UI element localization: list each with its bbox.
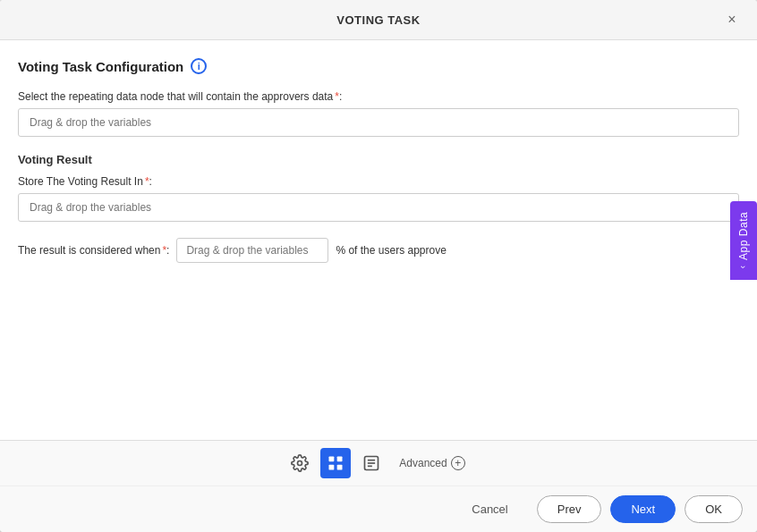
- svg-rect-2: [337, 457, 343, 462]
- list-view-button[interactable]: [356, 448, 387, 478]
- grid-icon: [327, 454, 344, 472]
- next-button[interactable]: Next: [610, 495, 676, 523]
- toolbar-row: Advanced +: [0, 441, 757, 486]
- prev-button[interactable]: Prev: [537, 495, 602, 523]
- modal-body: Voting Task Configuration i Select the r…: [0, 40, 757, 440]
- svg-rect-1: [329, 457, 335, 462]
- cancel-button[interactable]: Cancel: [452, 496, 527, 522]
- app-data-tab[interactable]: › App Data: [730, 201, 757, 280]
- info-icon[interactable]: i: [191, 58, 207, 74]
- approvers-input[interactable]: [18, 108, 739, 137]
- svg-rect-3: [329, 465, 335, 470]
- approvers-field-group: Select the repeating data node that will…: [18, 90, 739, 137]
- result-condition-input[interactable]: [176, 238, 328, 263]
- result-condition-suffix: % of the users approve: [336, 244, 446, 257]
- modal-header: VOTING TASK ×: [0, 0, 757, 40]
- grid-view-button[interactable]: [320, 448, 351, 478]
- store-required: *: [145, 175, 149, 188]
- svg-point-0: [298, 461, 302, 466]
- side-panel: › App Data: [730, 40, 757, 440]
- result-condition-label: The result is considered when*:: [18, 244, 169, 257]
- modal-dialog: VOTING TASK × Voting Task Configuration …: [0, 0, 757, 532]
- plus-icon: +: [451, 456, 465, 470]
- modal-footer: Advanced + Cancel Prev Next OK: [0, 440, 757, 532]
- store-label: Store The Voting Result In*:: [18, 175, 739, 188]
- svg-rect-4: [337, 465, 343, 470]
- store-result-input[interactable]: [18, 193, 739, 222]
- result-condition-row: The result is considered when*: % of the…: [18, 238, 739, 263]
- voting-result-section: Voting Result Store The Voting Result In…: [18, 153, 739, 263]
- voting-result-title: Voting Result: [18, 153, 739, 166]
- list-icon: [362, 454, 380, 472]
- store-result-field-group: Store The Voting Result In*:: [18, 175, 739, 222]
- approvers-required: *: [335, 90, 339, 103]
- gear-icon: [291, 454, 309, 472]
- result-condition-required: *: [162, 244, 166, 257]
- actions-row: Cancel Prev Next OK: [0, 486, 757, 532]
- section-title-row: Voting Task Configuration i: [18, 58, 739, 74]
- ok-button[interactable]: OK: [685, 495, 743, 523]
- settings-button[interactable]: [285, 448, 315, 478]
- advanced-button[interactable]: Advanced +: [392, 452, 472, 474]
- close-button[interactable]: ×: [721, 9, 743, 30]
- chevron-icon: ›: [739, 266, 749, 269]
- modal-title: VOTING TASK: [36, 13, 721, 27]
- main-content: Voting Task Configuration i Select the r…: [0, 40, 757, 440]
- approvers-label: Select the repeating data node that will…: [18, 90, 739, 103]
- advanced-label: Advanced: [399, 457, 447, 469]
- app-data-label: App Data: [737, 212, 750, 260]
- section-title-text: Voting Task Configuration: [18, 59, 183, 74]
